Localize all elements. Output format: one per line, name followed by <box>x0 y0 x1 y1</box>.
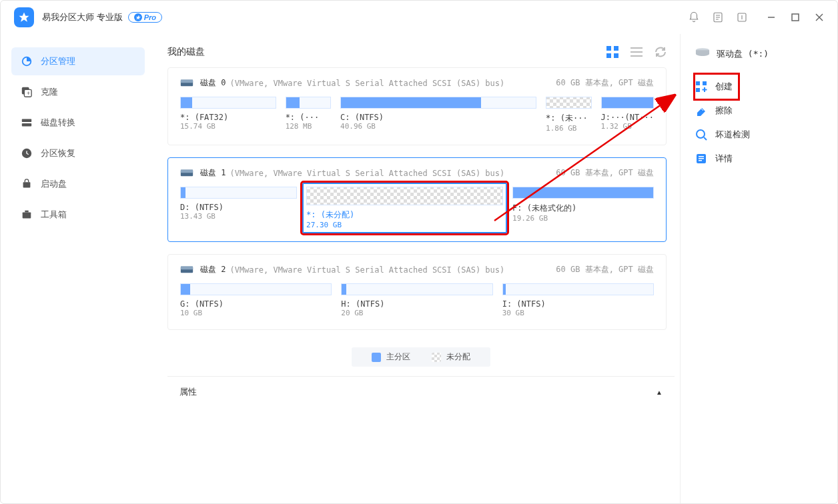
list-view-icon[interactable] <box>631 46 643 58</box>
partition-bar <box>341 283 492 295</box>
svg-rect-18 <box>614 53 618 58</box>
hdd-icon <box>180 79 193 88</box>
sidebar-icon-1: + <box>21 86 33 98</box>
partition-0-3[interactable]: *: (未··· 1.86 GB <box>546 97 591 133</box>
partition-2-0[interactable]: G: (NTFS) 10 GB <box>180 283 332 317</box>
partition-bar <box>546 97 591 109</box>
partition-bar <box>512 187 654 199</box>
partition-2-1[interactable]: H: (NTFS) 20 GB <box>341 283 492 317</box>
sidebar-item-2[interactable]: 磁盘转换 <box>11 109 145 137</box>
chevron-up-icon: ▲ <box>656 389 663 396</box>
action-erase[interactable]: 擦除 <box>695 99 823 123</box>
close-button[interactable] <box>815 13 824 22</box>
sidebar-item-5[interactable]: 工具箱 <box>11 201 145 229</box>
action-label: 创建 <box>715 81 733 93</box>
task-icon[interactable] <box>736 11 748 23</box>
partition-size: 20 GB <box>341 309 492 317</box>
sidebar: 分区管理+克隆磁盘转换分区恢复启动盘工具箱 <box>1 34 155 503</box>
partition-label: *: (未··· <box>546 113 591 124</box>
sidebar-icon-3 <box>21 147 33 159</box>
svg-rect-36 <box>699 160 702 161</box>
disk-name: 磁盘 1 <box>200 167 226 179</box>
page-title: 我的磁盘 <box>167 46 205 58</box>
disk-header: 磁盘 2 (VMware, VMware Virtual S Serial At… <box>180 264 654 275</box>
partition-size: 40.96 GB <box>340 122 536 131</box>
partition-0-1[interactable]: *: (··· 128 MB <box>286 97 331 133</box>
partition-0-2[interactable]: C: (NTFS) 40.96 GB <box>340 97 536 133</box>
action-scan[interactable]: 坏道检测 <box>695 123 823 147</box>
svg-rect-29 <box>696 81 700 85</box>
partition-2-2[interactable]: I: (NTFS) 30 GB <box>502 283 654 317</box>
maximize-button[interactable] <box>791 13 800 22</box>
detail-icon <box>695 153 707 165</box>
svg-rect-14 <box>25 211 28 213</box>
sidebar-item-4[interactable]: 启动盘 <box>11 170 145 198</box>
sidebar-icon-5 <box>21 209 33 221</box>
svg-rect-16 <box>614 46 618 51</box>
legend-primary: 主分区 未分配 <box>352 347 490 367</box>
drive-icon <box>695 47 710 60</box>
legend: 主分区 未分配 <box>167 342 675 376</box>
sidebar-item-3[interactable]: 分区恢复 <box>11 139 145 167</box>
star-icon: ★ <box>134 13 142 21</box>
attributes-toggle[interactable]: 属性 ▲ <box>167 376 675 407</box>
sidebar-item-1[interactable]: +克隆 <box>11 78 145 106</box>
legend-primary-label: 主分区 <box>386 351 410 363</box>
sidebar-label: 启动盘 <box>41 178 67 190</box>
partition-size: 30 GB <box>502 309 654 317</box>
partition-label: *: (··· <box>286 113 331 122</box>
disk-card-2[interactable]: 磁盘 2 (VMware, VMware Virtual S Serial At… <box>167 254 667 330</box>
sidebar-label: 分区管理 <box>41 55 75 67</box>
disk-card-1[interactable]: 磁盘 1 (VMware, VMware Virtual S Serial At… <box>167 157 667 242</box>
svg-rect-34 <box>699 156 704 157</box>
partition-1-0[interactable]: D: (NTFS) 13.43 GB <box>180 187 297 229</box>
svg-rect-30 <box>703 81 707 85</box>
action-detail[interactable]: 详情 <box>695 147 823 171</box>
sidebar-icon-2 <box>21 117 33 129</box>
refresh-icon[interactable] <box>655 46 667 58</box>
app-logo-icon <box>14 7 34 27</box>
partition-1-1[interactable]: *: (未分配) 27.30 GB <box>302 183 507 233</box>
svg-text:+: + <box>27 90 30 97</box>
action-label: 详情 <box>715 153 733 165</box>
disk-name: 磁盘 0 <box>200 77 226 89</box>
partition-1-2[interactable]: F: (未格式化的) 19.26 GB <box>512 187 654 229</box>
disk-desc: (VMware, VMware Virtual S Serial Attache… <box>230 265 504 275</box>
svg-rect-23 <box>181 79 193 83</box>
action-create[interactable]: 创建 <box>695 75 738 99</box>
partition-size: 19.26 GB <box>512 214 654 223</box>
sidebar-label: 磁盘转换 <box>41 117 75 129</box>
window-controls <box>767 13 824 22</box>
partition-0-4[interactable]: J:···(NT··· 1.32 GB <box>601 97 654 133</box>
partition-size: 128 MB <box>286 122 331 131</box>
pro-label: Pro <box>144 13 156 21</box>
partition-bar <box>502 283 654 295</box>
disk-desc: (VMware, VMware Virtual S Serial Attache… <box>230 169 504 178</box>
svg-rect-4 <box>792 14 799 21</box>
partition-0-0[interactable]: *: (FAT32) 15.74 GB <box>180 97 276 133</box>
sidebar-label: 克隆 <box>41 86 58 98</box>
minimize-button[interactable] <box>767 13 776 22</box>
partition-size: 27.30 GB <box>306 221 503 229</box>
svg-point-32 <box>697 130 705 138</box>
svg-rect-17 <box>606 53 611 58</box>
svg-rect-13 <box>23 212 31 218</box>
partition-bar <box>340 97 536 109</box>
disk-card-0[interactable]: 磁盘 0 (VMware, VMware Virtual S Serial At… <box>167 67 667 145</box>
partition-label: D: (NTFS) <box>180 203 297 212</box>
notification-icon[interactable] <box>688 11 700 23</box>
svg-rect-27 <box>181 266 193 269</box>
sidebar-item-0[interactable]: 分区管理 <box>11 47 145 75</box>
partition-label: G: (NTFS) <box>180 299 332 309</box>
partition-bar <box>180 97 276 109</box>
disk-meta: 60 GB 基本盘, GPT 磁盘 <box>556 264 654 275</box>
sidebar-label: 分区恢复 <box>41 147 75 159</box>
tile-view-icon[interactable] <box>606 46 618 58</box>
note-icon[interactable] <box>712 11 724 23</box>
main-content: 我的磁盘 磁盘 0 (VMware, VMware Virtual S Seri… <box>155 34 680 503</box>
disk-meta: 60 GB 基本盘, GPT 磁盘 <box>556 77 654 89</box>
disk-header: 磁盘 1 (VMware, VMware Virtual S Serial At… <box>180 167 654 179</box>
disk-name: 磁盘 2 <box>200 264 226 275</box>
partition-bar <box>601 97 654 109</box>
legend-unalloc-label: 未分配 <box>446 351 470 363</box>
